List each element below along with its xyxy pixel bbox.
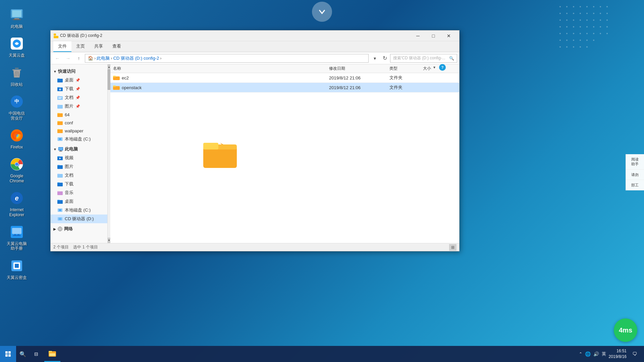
sidebar-item-conf[interactable]: conf [51,119,107,127]
folder-drag-preview [202,134,238,171]
path-cd-drive[interactable]: CD 驱动器 (D:) config-2 [113,55,159,61]
svg-point-21 [593,19,594,21]
address-path[interactable]: 🏠 › 此电脑 › CD 驱动器 (D:) config-2 › [85,54,369,63]
sidebar-item-desktop[interactable]: 桌面 📌 [51,76,107,84]
col-date[interactable]: 修改日期 [329,66,389,71]
network-tray-icon[interactable]: 🌐 [585,351,591,357]
notifications-button[interactable]: 🗨 [629,346,640,362]
up-button[interactable]: ↑ [74,54,84,63]
sidebar-item-documents[interactable]: 文档 📌 [51,93,107,102]
task-view-button[interactable]: ⊟ [30,346,43,362]
openstack-date: 2019/8/12 21:06 [329,85,389,90]
sidebar-quick-access-header[interactable]: ▼ 快速访问 [51,67,107,76]
search-box[interactable]: 搜索'CD 驱动器 (D:) config-... 🔍 [390,54,457,63]
svg-point-119 [59,209,61,211]
taskbar-tray: ⌃ 🌐 🔊 英 16:51 2019/8/16 🗨 [575,346,644,362]
svg-point-26 [573,26,574,27]
desktop-icon-recycle[interactable]: 回收站 [3,65,30,87]
svg-rect-93 [57,113,63,117]
large-folder-icon [202,134,238,171]
sidebar-network-header[interactable]: ▶ 网络 [51,225,107,233]
sidebar-item-music[interactable]: 音乐 [51,188,107,197]
refresh-button[interactable]: ↻ [381,54,389,63]
file-row-ec2[interactable]: ec2 2019/8/12 21:06 文件夹 [110,73,459,83]
sidebar-item-pictures[interactable]: 图片 📌 [51,102,107,111]
grid-view-button[interactable]: ⊞ [449,244,457,251]
desktop-icon-tianyi-assistant[interactable]: 天翼云电脑 助手册 [3,224,30,251]
desktop-icon-firefox[interactable]: Firefox [3,127,30,149]
svg-rect-86 [57,87,60,88]
volume-tray-icon[interactable]: 🔊 [593,351,599,357]
path-home-icon: 🏠 [88,56,93,61]
desktop-icon-chrome[interactable]: Google Chrome [3,156,30,183]
desktop-icon-this-pc[interactable]: 此电脑 [3,7,30,29]
file-row-openstack[interactable]: openstack 2019/8/12 21:06 文件夹 [110,83,459,93]
tab-view[interactable]: 查看 [108,41,126,52]
tab-home[interactable]: 主页 [71,41,90,52]
language-indicator[interactable]: 英 [602,351,606,357]
close-button[interactable]: ✕ [441,31,457,41]
svg-rect-116 [57,200,63,204]
svg-rect-87 [57,96,63,100]
forward-button[interactable]: → [63,54,73,63]
right-panel-warn[interactable]: 请勿 [626,170,644,180]
sidebar-local-c-label: 本地磁盘 (C:) [65,136,91,142]
svg-rect-75 [14,234,16,235]
start-button[interactable] [0,346,16,362]
tab-share[interactable]: 共享 [90,41,108,52]
taskbar-search-button[interactable]: 🔍 [16,346,30,362]
desktop-icon-ie[interactable]: e Internet Explorer [3,190,30,217]
svg-rect-128 [113,85,116,87]
svg-point-23 [606,19,608,21]
right-panel-tools[interactable]: 部工 [626,180,644,190]
desktop-icon-tianyi[interactable]: 天翼云盘 [3,36,30,58]
svg-point-45 [593,40,594,41]
svg-rect-83 [57,79,63,82]
back-button[interactable]: ← [53,54,62,63]
sidebar-item-pictures2[interactable]: 图片 [51,162,107,171]
desktop-icon-tianyi-mihe[interactable]: 天翼云密盒 [3,258,30,280]
sidebar-item-local-c[interactable]: 本地磁盘 (C:) [51,135,107,143]
help-button[interactable]: ? [439,64,446,71]
desktop2-label: 桌面 [65,198,73,204]
maximize-button[interactable]: □ [426,31,441,41]
sidebar-item-downloads[interactable]: 下载 📌 [51,84,107,93]
path-this-pc[interactable]: 此电脑 [97,55,110,61]
desktop-folder-icon [57,77,63,83]
minimize-button[interactable]: ─ [410,31,426,41]
sidebar-item-64[interactable]: 64 [51,111,107,119]
taskbar-clock[interactable]: 16:51 2019/8/16 [609,348,627,360]
svg-point-42 [573,40,574,41]
right-panel-read[interactable]: 阅读助手 [626,154,644,170]
desktop-icon-telecom[interactable]: 中 中国电信 营业厅 [3,94,30,121]
col-type[interactable]: 类型 [389,66,423,71]
tray-up-arrow[interactable]: ⌃ [579,352,582,356]
expand-ribbon-button[interactable]: ▾ [431,64,438,71]
svg-point-13 [593,13,594,14]
sidebar-this-pc-header[interactable]: ▼ 此电脑 [51,145,107,154]
svg-point-40 [559,40,561,41]
svg-point-34 [573,33,574,34]
dropdown-button[interactable]: ▾ [370,54,379,63]
sidebar-item-downloads2[interactable]: 下载 [51,180,107,188]
downloads-folder-icon [57,86,63,92]
top-dropdown-button[interactable] [312,2,332,22]
svg-point-8 [559,13,561,14]
task-view-icon: ⊟ [34,351,38,357]
col-name[interactable]: 名称 [113,66,329,71]
sidebar-item-cd-drive[interactable]: CD 驱动器 (D:) [51,215,107,223]
sidebar-scrollbar-up[interactable]: ▲ [108,64,110,70]
sidebar-scrollbar-thumb[interactable] [108,70,110,90]
sidebar-item-desktop2[interactable]: 桌面 [51,197,107,206]
tab-file[interactable]: 文件 [53,41,71,52]
sidebar-item-wallpaper[interactable]: wallpaper [51,127,107,135]
svg-point-49 [580,46,581,48]
svg-point-25 [566,26,568,27]
sidebar-scrollbar-down[interactable]: ▼ [108,238,110,243]
taskbar-file-explorer[interactable] [44,346,60,362]
svg-rect-96 [57,121,60,122]
right-panel: 阅读助手 请勿 部工 [626,154,644,190]
sidebar-item-documents2[interactable]: 文档 [51,171,107,180]
sidebar-item-local-c2[interactable]: 本地磁盘 (C:) [51,206,107,215]
sidebar-item-videos[interactable]: 视频 [51,154,107,162]
